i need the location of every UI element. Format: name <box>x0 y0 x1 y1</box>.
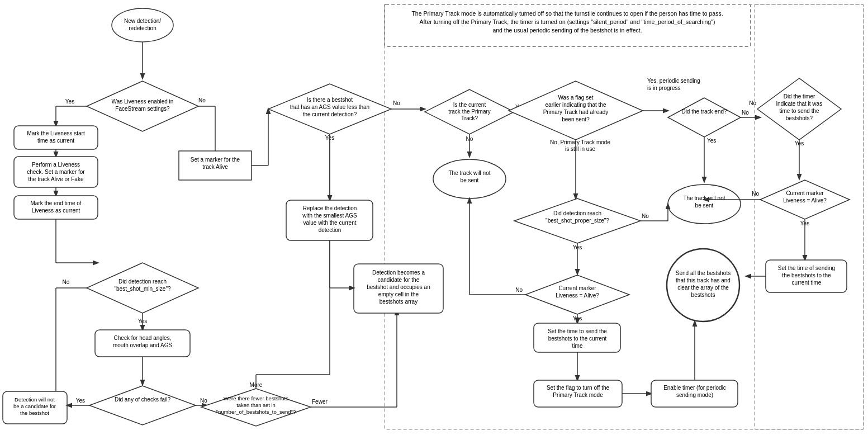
svg-text:the bestshots to the: the bestshots to the <box>782 272 831 278</box>
svg-marker-113 <box>668 98 741 137</box>
svg-text:redetection: redetection <box>129 25 156 31</box>
svg-text:New detection/: New detection/ <box>124 18 161 24</box>
flowchart-svg: The Primary Track mode is automatically … <box>0 0 868 435</box>
svg-text:Detection becomes a: Detection becomes a <box>372 269 425 276</box>
svg-text:Fewer: Fewer <box>312 399 328 405</box>
svg-text:clear the array of the: clear the array of the <box>677 285 729 291</box>
svg-text:Did detection reach: Did detection reach <box>553 210 601 216</box>
svg-text:bestshots array: bestshots array <box>380 299 418 305</box>
svg-text:Set the flag to turn off the: Set the flag to turn off the <box>547 385 610 391</box>
svg-text:be sent: be sent <box>461 177 479 183</box>
svg-text:No: No <box>749 100 756 106</box>
svg-text:Detection will not: Detection will not <box>15 396 55 403</box>
diagram-container: The Primary Track mode is automatically … <box>0 0 868 435</box>
svg-text:indicate that it was: indicate that it was <box>776 101 822 107</box>
svg-text:The track will not: The track will not <box>448 170 490 176</box>
svg-text:Is the current: Is the current <box>453 102 486 108</box>
svg-text:"number_of_bestshots_to_send"?: "number_of_bestshots_to_send"? <box>216 409 296 415</box>
svg-text:earlier indicating that the: earlier indicating that the <box>546 102 606 108</box>
svg-text:No: No <box>63 279 70 285</box>
svg-text:Primary Track mode: Primary Track mode <box>553 392 603 398</box>
svg-text:Liveness as current: Liveness as current <box>32 207 80 214</box>
svg-text:Is there a bestshot: Is there a bestshot <box>307 97 353 103</box>
svg-text:be sent: be sent <box>695 202 714 209</box>
svg-text:with the smallest AGS: with the smallest AGS <box>302 212 357 219</box>
svg-text:detection: detection <box>319 227 341 233</box>
svg-text:that this track has and: that this track has and <box>676 277 731 283</box>
svg-marker-53 <box>89 386 196 425</box>
svg-text:is still in use: is still in use <box>565 146 595 152</box>
svg-text:taken than set in: taken than set in <box>236 402 276 408</box>
svg-text:sending mode): sending mode) <box>676 392 713 398</box>
svg-text:bestshots to the current: bestshots to the current <box>548 335 607 342</box>
svg-text:Did the track end?: Did the track end? <box>681 108 727 115</box>
svg-text:candidate for the: candidate for the <box>378 277 420 283</box>
svg-text:Enable timer (for periodic: Enable timer (for periodic <box>663 385 726 391</box>
svg-text:Did any of checks fail?: Did any of checks fail? <box>115 396 170 403</box>
svg-text:bestshots: bestshots <box>691 292 715 298</box>
svg-text:current time: current time <box>792 280 822 286</box>
svg-text:Did the timer: Did the timer <box>784 93 815 100</box>
svg-text:the current detection?: the current detection? <box>303 111 357 117</box>
svg-text:track Alive: track Alive <box>202 164 228 170</box>
svg-text:be a candidate for: be a candidate for <box>13 403 56 409</box>
svg-text:Send all the bestshots: Send all the bestshots <box>676 270 731 276</box>
svg-text:Check for head angles,: Check for head angles, <box>114 335 172 341</box>
svg-text:mouth overlap and AGS: mouth overlap and AGS <box>113 342 173 348</box>
svg-text:Set a marker for the: Set a marker for the <box>191 157 240 163</box>
svg-text:No: No <box>200 398 207 404</box>
svg-text:Liveness = Alive?: Liveness = Alive? <box>783 197 827 204</box>
svg-text:Current marker: Current marker <box>558 285 596 291</box>
svg-text:the track Alive or Fake: the track Alive or Fake <box>29 176 84 182</box>
svg-text:Yes, periodic sending: Yes, periodic sending <box>647 78 700 84</box>
svg-text:No: No <box>515 287 523 293</box>
svg-text:After turning off the Primary : After turning off the Primary Track, the… <box>420 18 715 25</box>
svg-text:Mark the Liveness start: Mark the Liveness start <box>27 130 85 136</box>
svg-text:No: No <box>642 213 649 219</box>
svg-text:"best_shot_min_size"?: "best_shot_min_size"? <box>114 286 170 292</box>
svg-text:time: time <box>572 343 583 349</box>
svg-text:Liveness = Alive?: Liveness = Alive? <box>556 292 599 299</box>
svg-text:Yes: Yes <box>76 398 85 404</box>
svg-text:that has an AGS value less tha: that has an AGS value less than <box>290 104 369 110</box>
svg-text:value with the current: value with the current <box>303 220 356 226</box>
svg-text:No: No <box>752 191 759 197</box>
svg-text:track the Primary: track the Primary <box>448 108 491 115</box>
svg-text:Was a flag set: Was a flag set <box>558 94 594 101</box>
svg-text:Set the time to send the: Set the time to send the <box>548 328 607 334</box>
svg-text:No: No <box>742 110 749 116</box>
svg-text:Were there fewer bestshots: Were there fewer bestshots <box>224 395 288 401</box>
svg-text:Replace the detection: Replace the detection <box>303 205 357 211</box>
svg-text:is in progress: is in progress <box>647 85 680 91</box>
svg-text:Was Liveness enabled in: Was Liveness enabled in <box>112 98 174 105</box>
svg-text:The track will not: The track will not <box>683 195 725 201</box>
svg-text:time as current: time as current <box>37 138 74 144</box>
svg-text:"best_shot_proper_size"?: "best_shot_proper_size"? <box>546 218 609 224</box>
svg-text:Set the time of sending: Set the time of sending <box>778 265 835 271</box>
svg-text:Mark the end time of: Mark the end time of <box>30 200 81 206</box>
svg-text:Primary Track had already: Primary Track had already <box>543 109 609 115</box>
svg-text:check. Set a marker for: check. Set a marker for <box>27 169 85 175</box>
svg-text:Yes: Yes <box>707 138 716 144</box>
svg-text:been sent?: been sent? <box>562 116 590 122</box>
svg-text:No: No <box>393 100 400 106</box>
svg-text:Yes: Yes <box>65 98 74 105</box>
svg-text:Perform a Liveness: Perform a Liveness <box>32 162 80 168</box>
svg-text:bestshots?: bestshots? <box>786 115 813 121</box>
svg-text:No: No <box>198 97 206 103</box>
svg-text:empty cell in the: empty cell in the <box>378 291 419 297</box>
svg-text:No, Primary Track mode: No, Primary Track mode <box>550 139 610 145</box>
svg-text:bestshot and occupies an: bestshot and occupies an <box>367 284 430 290</box>
svg-text:Current marker: Current marker <box>786 190 824 196</box>
svg-text:the bestshot: the bestshot <box>20 410 49 416</box>
svg-text:The Primary Track mode is auto: The Primary Track mode is automatically … <box>411 10 723 17</box>
svg-text:and the usual periodic sending: and the usual periodic sending of the be… <box>492 27 642 34</box>
svg-text:FaceStream settings?: FaceStream settings? <box>115 106 170 112</box>
svg-text:Did detection reach: Did detection reach <box>118 278 167 285</box>
svg-text:time to send the: time to send the <box>779 108 819 114</box>
svg-text:Track?: Track? <box>461 115 478 121</box>
